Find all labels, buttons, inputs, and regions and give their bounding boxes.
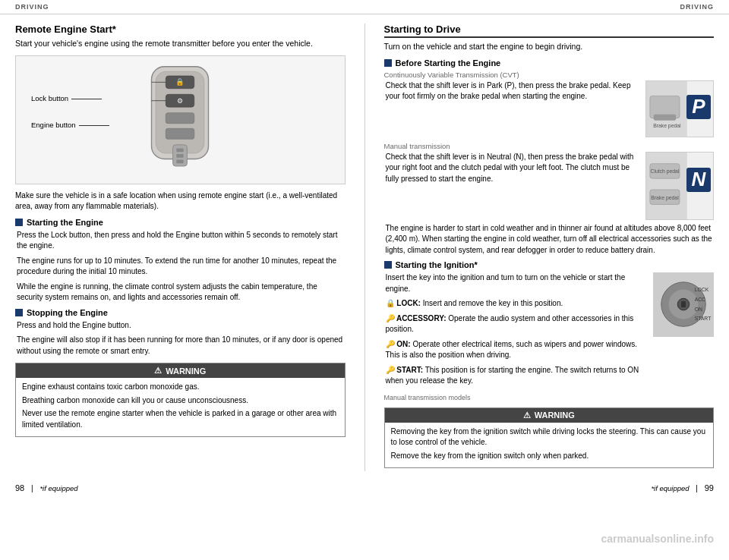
manual-gear-image: Clutch pedal Brake pedal N [645,152,714,220]
svg-text:Brake pedal: Brake pedal [651,194,679,200]
left-warning-item-1: Engine exhaust contains toxic carbon mon… [22,382,339,393]
right-warning-triangle: ⚠ [523,411,531,420]
lock-button-label: Lock button [31,94,102,102]
page-separator: | [31,484,33,492]
svg-rect-16 [654,115,676,121]
left-warning-header: ⚠ WARNING [16,363,345,378]
svg-rect-7 [166,128,195,139]
left-warning-item-2: Breathing carbon monoxide can kill you o… [22,395,339,407]
cvt-gear-image: Brake pedal P [645,80,714,137]
svg-text:Clutch pedal: Clutch pedal [650,168,679,175]
manual-models-label: Manual transmission models [384,394,715,401]
cold-weather-text: The engine is harder to start in cold we… [384,223,715,256]
right-footer: *if equipped | 99 [651,483,714,492]
starting-engine-para2: The engine runs for up to 10 minutes. To… [15,256,346,278]
stopping-engine-header: Stopping the Engine [15,308,346,317]
left-warning-box: ⚠ WARNING Engine exhaust contains toxic … [15,363,346,437]
left-section-title: Remote Engine Start* [15,24,346,35]
blue-square-icon-4 [384,261,392,269]
starting-engine-label: Starting the Engine [27,218,103,227]
start-text: 🔑 START: This position is for starting t… [384,365,648,387]
ignition-text-block: Insert the key into the ignition and tur… [384,272,648,391]
svg-rect-6 [166,112,195,123]
svg-text:LOCK: LOCK [695,288,709,293]
manual-text: Check that the shift lever is in Neutral… [384,152,640,185]
svg-text:🔒: 🔒 [175,77,185,87]
left-warning-item-3: Never use the remote engine starter when… [22,408,339,430]
left-warning-content: Engine exhaust contains toxic carbon mon… [16,378,345,436]
blue-square-icon-3 [384,59,392,67]
on-text: 🔑 ON: Operate other electrical items, su… [384,339,648,361]
watermark: carmanualsonline.info [601,533,714,545]
right-section-title: Starting to Drive [384,24,715,38]
starting-engine-para3: While the engine is running, the climate… [15,282,346,304]
blue-square-icon-2 [15,309,23,316]
main-content: Remote Engine Start* Start your vehicle'… [0,14,729,480]
engine-button-label: Engine button [31,121,109,129]
right-warning-box: ⚠ WARNING Removing the key from the igni… [384,407,715,469]
stopping-engine-para2: The engine will also stop if it has been… [15,335,346,357]
svg-text:Brake pedal: Brake pedal [653,123,681,129]
left-warning-triangle: ⚠ [154,366,162,376]
left-page-number: 98 [15,483,24,492]
stopping-engine-para1: Press and hold the Engine button. [15,320,346,332]
before-starting-label: Before Starting the Engine [396,58,501,68]
p-gear-letter: P [686,95,711,119]
accessory-text: 🔑 ACCESSORY: Operate the audio system an… [384,313,648,335]
starting-ignition-header: Starting the Ignition* [384,260,715,269]
svg-text:⚙: ⚙ [177,96,183,104]
cvt-gear-area: Check that the shift lever is in Park (P… [384,80,715,137]
header-right-label: DRIVING [680,3,714,11]
left-footnote: *if equipped [39,484,77,492]
start-label: 🔑 START: [386,366,424,374]
ignition-intro: Insert the key into the ignition and tur… [384,272,648,294]
starting-engine-header: Starting the Engine [15,218,346,227]
right-warning-content: Removing the key from the ignition switc… [385,423,714,468]
svg-rect-18 [646,153,687,219]
svg-text:ACC: ACC [695,297,705,302]
page-header: DRIVING DRIVING [0,0,729,14]
lock-label: 🔒 LOCK: [386,299,421,307]
ignition-switch-image: LOCK ACC ON START [653,272,714,337]
starting-engine-para1: Press the Lock button, then press and ho… [15,230,346,252]
right-footnote: *if equipped [651,484,689,492]
manual-label: Manual transmission [384,142,715,150]
right-warning-item-2: Remove the key from the ignition switch … [391,451,708,462]
manual-gear-area: Check that the shift lever is in Neutral… [384,152,715,220]
stopping-engine-label: Stopping the Engine [27,308,108,317]
svg-rect-27 [681,301,686,307]
right-warning-header: ⚠ WARNING [385,408,714,423]
on-label: 🔑 ON: [386,340,411,348]
svg-rect-9 [177,148,184,152]
svg-rect-10 [177,154,184,158]
right-warning-label: WARNING [535,411,575,420]
key-fob-image: Lock button Engine button 🔒 ⚙ [15,55,346,184]
cvt-label: Continuously Variable Transmission (CVT) [384,71,715,79]
before-starting-header: Before Starting the Engine [384,58,715,68]
page-footer: 98 | *if equipped *if equipped | 99 [0,480,729,497]
ignition-area: Insert the key into the ignition and tur… [384,272,715,391]
left-column: Remote Engine Start* Start your vehicle'… [15,24,346,471]
blue-square-icon [15,219,23,226]
left-footer: 98 | *if equipped [15,483,78,492]
starting-ignition-label: Starting the Ignition* [396,260,478,269]
right-page-number: 99 [705,483,714,492]
accessory-label: 🔑 ACCESSORY: [386,314,447,322]
n-gear-letter: N [686,168,711,192]
left-warning-label: WARNING [166,367,206,376]
left-section-intro: Start your vehicle's engine using the re… [15,38,346,49]
page-separator-2: | [696,484,698,492]
right-column: Starting to Drive Turn on the vehicle an… [384,24,715,471]
svg-rect-11 [177,159,184,163]
right-section-intro: Turn on the vehicle and start the engine… [384,41,715,52]
key-fob-caption: Make sure the vehicle is in a safe locat… [15,190,346,212]
key-fob-svg: 🔒 ⚙ [127,63,233,177]
right-warning-item-1: Removing the key from the ignition switc… [391,426,708,448]
column-divider [364,24,365,471]
svg-text:START: START [695,316,712,322]
cvt-text: Check that the shift lever is in Park (P… [384,80,640,102]
svg-text:ON: ON [695,307,702,312]
lock-text: 🔒 LOCK: Insert and remove the key in thi… [384,298,648,310]
header-left-label: DRIVING [15,3,49,11]
